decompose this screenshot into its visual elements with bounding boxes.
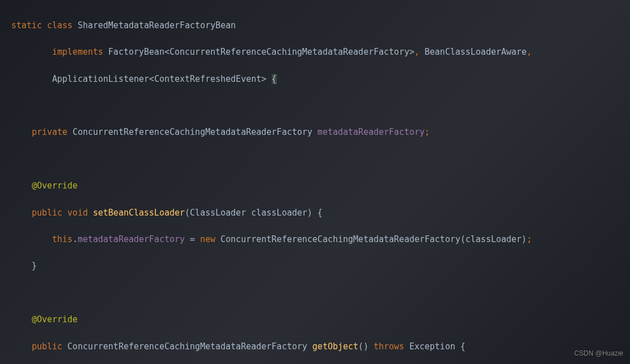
annotation-override: @Override (32, 181, 77, 191)
brace-open: { (272, 74, 277, 84)
keyword-implements: implements (52, 47, 103, 57)
keyword-public: public (32, 208, 62, 218)
keyword-static: static (11, 20, 42, 30)
code-line: @Override (11, 179, 630, 193)
code-line: implements FactoryBean<ConcurrentReferen… (11, 46, 630, 59)
ctor-name: ConcurrentReferenceCachingMetadataReader… (220, 234, 460, 244)
keyword-private: private (32, 127, 67, 137)
method-name: getObject (312, 341, 358, 352)
return-type: ConcurrentReferenceCachingMetadataReader… (67, 341, 307, 352)
keyword-new: new (200, 234, 215, 244)
code-line: public ConcurrentReferenceCachingMetadat… (11, 340, 630, 354)
code-line: } (11, 260, 630, 273)
generic-type: ContextRefreshedEvent (154, 74, 262, 84)
code-line: static class SharedMetadataReaderFactory… (11, 19, 630, 33)
param-name: classLoader (251, 208, 307, 218)
param-type: ClassLoader (190, 208, 246, 218)
field-name: metadataReaderFactory (318, 127, 425, 137)
method-name: setBeanClassLoader (93, 208, 185, 218)
class-name: SharedMetadataReaderFactoryBean (77, 20, 236, 30)
generic-type: ConcurrentReferenceCachingMetadataReader… (170, 47, 409, 57)
type-name: BeanClassLoaderAware (425, 47, 527, 57)
keyword-class: class (47, 20, 72, 30)
code-line: ApplicationListener<ContextRefreshedEven… (11, 73, 630, 86)
code-line: @Override (11, 313, 630, 327)
type-name: ConcurrentReferenceCachingMetadataReader… (72, 127, 312, 137)
code-line: private ConcurrentReferenceCachingMetada… (11, 126, 630, 139)
type-name: ApplicationListener (52, 74, 149, 84)
keyword-this: this (52, 234, 72, 244)
type-name: FactoryBean (108, 47, 164, 57)
code-line: public void setBeanClassLoader(ClassLoad… (11, 207, 630, 220)
keyword-throws: throws (373, 341, 404, 352)
keyword-void: void (67, 208, 88, 218)
code-editor[interactable]: static class SharedMetadataReaderFactory… (0, 0, 630, 364)
code-line (11, 153, 630, 166)
code-line (11, 287, 630, 300)
field-ref: metadataReaderFactory (77, 234, 185, 244)
arg-name: classLoader (466, 234, 522, 244)
exception-type: Exception (409, 341, 455, 352)
annotation-override: @Override (32, 314, 77, 324)
keyword-public: public (32, 341, 62, 352)
watermark: CSDN @Huazie (574, 347, 623, 361)
code-line: this.metadataReaderFactory = new Concurr… (11, 233, 630, 247)
code-line (11, 99, 630, 113)
